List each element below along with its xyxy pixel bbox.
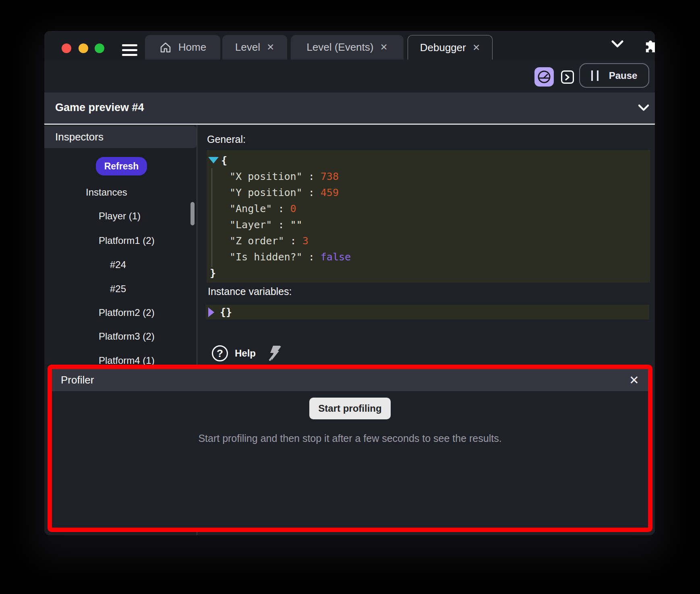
general-heading: General: bbox=[207, 134, 246, 145]
home-icon bbox=[159, 41, 172, 54]
json-row-angle: "Angle" : 0 bbox=[207, 200, 650, 217]
chevron-down-icon[interactable] bbox=[637, 103, 650, 113]
app-window: Home Level ✕ Level (Events) ✕ Debugger ✕ bbox=[44, 31, 655, 535]
tab-home-label: Home bbox=[178, 41, 206, 54]
profiler-title: Profiler bbox=[61, 374, 94, 386]
tab-debugger-label: Debugger bbox=[420, 41, 466, 54]
tab-level-label: Level bbox=[235, 41, 260, 54]
tree-item-24[interactable]: #24 bbox=[110, 259, 126, 271]
pause-button-label: Pause bbox=[609, 70, 638, 81]
collapse-triangle-icon[interactable] bbox=[208, 307, 214, 317]
json-row-x-position: "X position" : 738 bbox=[207, 168, 650, 184]
general-json-viewer: { "X position" : 738 "Y position" : 459 … bbox=[207, 150, 650, 283]
json-row-layer: "Layer" : "" bbox=[207, 217, 650, 233]
traffic-light-zoom-button[interactable] bbox=[95, 43, 104, 53]
game-preview-header[interactable]: Game preview #4 bbox=[44, 93, 655, 124]
game-preview-title: Game preview #4 bbox=[55, 101, 144, 114]
traffic-light-minimize-button[interactable] bbox=[79, 43, 88, 53]
profiler-body: Start profiling Start profiling and then… bbox=[52, 391, 648, 528]
profiler-hint-text: Start profiling and then stop it after a… bbox=[52, 433, 648, 444]
titlebar: Home Level ✕ Level (Events) ✕ Debugger ✕ bbox=[44, 31, 655, 60]
refresh-button[interactable]: Refresh bbox=[96, 157, 147, 175]
tree-item-instances[interactable]: Instances bbox=[86, 186, 127, 198]
console-button[interactable] bbox=[561, 70, 574, 84]
sidebar-scrollbar[interactable] bbox=[191, 202, 195, 225]
instance-variables-heading: Instance variables: bbox=[208, 286, 292, 297]
puzzle-extension-icon[interactable] bbox=[643, 37, 655, 53]
tab-level[interactable]: Level ✕ bbox=[222, 35, 287, 60]
json-row-z-order: "Z order" : 3 bbox=[207, 233, 650, 249]
instance-variables-value: {} bbox=[220, 306, 232, 318]
tab-level-events-label: Level (Events) bbox=[307, 41, 373, 54]
debugger-toolbar: Pause bbox=[44, 60, 655, 93]
console-chevron-icon bbox=[564, 74, 571, 80]
json-row-is-hidden: "Is hidden?" : false bbox=[207, 249, 650, 265]
tab-level-events[interactable]: Level (Events) ✕ bbox=[291, 35, 404, 60]
screenshot-canvas: Home Level ✕ Level (Events) ✕ Debugger ✕ bbox=[0, 0, 700, 594]
help-label[interactable]: Help bbox=[235, 348, 256, 359]
help-icon[interactable]: ? bbox=[212, 345, 228, 361]
chevron-down-icon[interactable] bbox=[610, 39, 625, 50]
profiler-panel: Profiler ✕ Start profiling Start profili… bbox=[48, 365, 652, 532]
tab-debugger[interactable]: Debugger ✕ bbox=[408, 35, 493, 60]
hamburger-menu-icon[interactable] bbox=[122, 44, 137, 56]
profiler-header: Profiler ✕ bbox=[52, 369, 648, 391]
tree-item-25[interactable]: #25 bbox=[110, 283, 126, 295]
start-profiling-button[interactable]: Start profiling bbox=[309, 398, 391, 419]
inspectors-header: Inspectors bbox=[44, 126, 197, 148]
tree-item-player[interactable]: Player (1) bbox=[99, 210, 141, 222]
close-icon[interactable]: ✕ bbox=[472, 43, 480, 52]
inspectors-title: Inspectors bbox=[55, 131, 104, 143]
traffic-light-close-button[interactable] bbox=[62, 43, 71, 53]
profiler-toggle-button[interactable] bbox=[534, 67, 554, 87]
tree-item-platform2[interactable]: Platform2 (2) bbox=[99, 307, 155, 319]
json-close-line: } bbox=[207, 265, 650, 281]
flash-off-icon[interactable] bbox=[267, 344, 283, 362]
tab-home[interactable]: Home bbox=[145, 35, 220, 60]
json-open-line: { bbox=[207, 152, 650, 168]
json-row-y-position: "Y position" : 459 bbox=[207, 184, 650, 200]
close-icon[interactable]: ✕ bbox=[629, 374, 639, 386]
pause-button[interactable]: Pause bbox=[579, 63, 649, 88]
json-open-brace: { bbox=[221, 155, 227, 166]
tree-item-platform1[interactable]: Platform1 (2) bbox=[99, 235, 155, 247]
instance-variables-viewer: {} bbox=[206, 305, 649, 320]
profiler-gauge-icon bbox=[537, 70, 551, 84]
json-close-brace: } bbox=[210, 267, 216, 279]
expand-triangle-icon[interactable] bbox=[208, 157, 219, 163]
pause-icon bbox=[591, 70, 599, 81]
tree-item-platform3[interactable]: Platform3 (2) bbox=[99, 330, 155, 342]
close-icon[interactable]: ✕ bbox=[380, 43, 387, 52]
close-icon[interactable]: ✕ bbox=[267, 43, 274, 52]
help-row: ? Help bbox=[212, 344, 283, 363]
